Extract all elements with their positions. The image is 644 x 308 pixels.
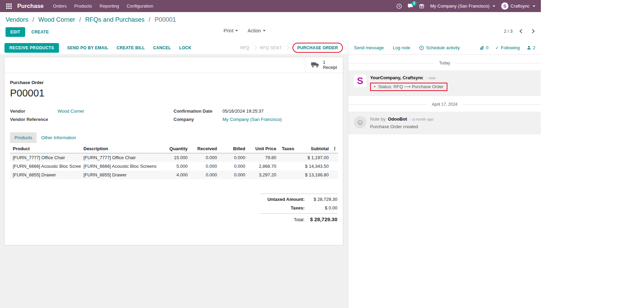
vendor-value[interactable]: Wood Corner: [58, 108, 174, 114]
cell-product[interactable]: [FURN_8855] Drawer: [10, 171, 81, 179]
cell-billed[interactable]: 0.000: [220, 162, 248, 171]
vendor-reference-value[interactable]: [58, 116, 174, 122]
col-quantity[interactable]: Quantity: [164, 144, 190, 153]
cell-unit-price[interactable]: 2,868.70: [248, 162, 279, 171]
chatter-panel: Send message Log note Schedule activity …: [348, 41, 541, 308]
create-button[interactable]: CREATE: [31, 30, 49, 34]
cell-description[interactable]: [FURN_6666] Acoustic Bloc Screens: [81, 162, 164, 171]
cell-subtotal[interactable]: $ 1,197.00: [297, 153, 331, 162]
cell-quantity[interactable]: 4.000: [164, 171, 190, 179]
order-line-row[interactable]: [FURN_7777] Office Chair [FURN_7777] Off…: [10, 153, 338, 162]
schedule-activity-button[interactable]: Schedule activity: [419, 45, 460, 50]
user-menu[interactable]: S Craftsync: [501, 2, 535, 10]
breadcrumb-current: P00001: [155, 16, 176, 23]
cell-billed[interactable]: 0.000: [220, 171, 248, 179]
cell-unit-price[interactable]: 79.80: [248, 153, 279, 162]
send-message-button[interactable]: Send message: [354, 45, 384, 50]
col-received[interactable]: Received: [190, 144, 220, 153]
statusbar-buttons: RECEIVE PRODUCTS SEND PO BY EMAIL CREATE…: [4, 43, 191, 53]
action-menu[interactable]: Action: [248, 28, 266, 33]
chatter-toolbar-right: 0 ✓ Following 2: [480, 45, 535, 50]
cell-spacer: [331, 162, 338, 171]
menu-orders[interactable]: Orders: [49, 0, 71, 12]
print-menu[interactable]: Print: [224, 28, 238, 33]
send-po-by-email-button[interactable]: SEND PO BY EMAIL: [67, 45, 108, 50]
create-bill-button[interactable]: CREATE BILL: [117, 45, 145, 50]
attachments-button[interactable]: 0: [480, 45, 488, 50]
cell-unit-price[interactable]: 3,297.20: [248, 171, 279, 179]
message-header: Note by OdooBot - a month ago: [370, 116, 434, 122]
cell-quantity[interactable]: 15.000: [164, 153, 190, 162]
untaxed-amount-value: $ 28,729.30: [305, 197, 337, 202]
activities-clock-icon[interactable]: [396, 3, 402, 9]
systray: 2 My Company (San Francisco) S Craftsync: [396, 2, 537, 10]
cancel-button[interactable]: CANCEL: [153, 45, 171, 50]
control-panel-buttons: EDIT CREATE Print Action 2 / 3: [6, 27, 535, 41]
state-purchase-order[interactable]: PURCHASE ORDER: [297, 45, 338, 50]
receipt-smart-button[interactable]: 1 Receipt: [305, 57, 343, 73]
tab-products[interactable]: Products: [10, 132, 37, 143]
main-menu: Orders Products Reporting Configuration: [49, 0, 157, 12]
breadcrumb-vendors[interactable]: Vendors: [6, 16, 28, 23]
gift-icon[interactable]: [419, 3, 424, 9]
apps-grid-icon[interactable]: [3, 3, 14, 9]
grid-icon: [6, 3, 12, 9]
breadcrumb-rfqs-purchases[interactable]: RFQs and Purchases: [85, 16, 145, 23]
company-value[interactable]: My Company (San Francisco): [222, 116, 337, 122]
cell-received[interactable]: 0.000: [190, 162, 220, 171]
col-product[interactable]: Product: [10, 144, 81, 153]
menu-products[interactable]: Products: [70, 0, 96, 12]
col-description[interactable]: Description: [81, 144, 164, 153]
lock-button[interactable]: LOCK: [179, 45, 191, 50]
app-title[interactable]: Purchase: [17, 3, 44, 10]
state-rfq-sent[interactable]: RFQ SENT: [260, 45, 282, 50]
company-switcher[interactable]: My Company (San Francisco): [430, 3, 495, 9]
field-group: Vendor Wood Corner Confirmation Date 05/…: [10, 108, 337, 122]
cell-received[interactable]: 0.000: [190, 153, 220, 162]
message-author[interactable]: OdooBot: [388, 116, 407, 122]
log-note-button[interactable]: Log note: [393, 45, 410, 50]
content-area: RECEIVE PRODUCTS SEND PO BY EMAIL CREATE…: [0, 41, 541, 308]
cell-taxes[interactable]: [279, 171, 297, 179]
edit-button[interactable]: EDIT: [6, 27, 25, 37]
message-note[interactable]: ☺ Note by OdooBot - a month ago Purchase…: [348, 112, 541, 134]
tab-other-information[interactable]: Other Information: [37, 132, 80, 143]
following-button[interactable]: ✓ Following: [495, 45, 520, 50]
cell-received[interactable]: 0.000: [190, 171, 220, 179]
cell-taxes[interactable]: [279, 162, 297, 171]
followers-button[interactable]: 2: [527, 45, 535, 50]
cell-product[interactable]: [FURN_6666] Acoustic Bloc Screens: [10, 162, 81, 171]
cell-quantity[interactable]: 5.000: [164, 162, 190, 171]
cell-subtotal[interactable]: $ 13,188.80: [297, 171, 331, 179]
col-taxes[interactable]: Taxes: [279, 144, 297, 153]
action-menus: Print Action: [224, 28, 266, 33]
state-rfq[interactable]: RFQ: [240, 45, 249, 50]
pager-previous-icon[interactable]: [519, 29, 524, 33]
menu-reporting[interactable]: Reporting: [96, 0, 123, 12]
col-subtotal[interactable]: Subtotal: [297, 144, 331, 153]
receive-products-button[interactable]: RECEIVE PRODUCTS: [4, 43, 59, 53]
cell-taxes[interactable]: [279, 153, 297, 162]
message-status-change[interactable]: S YourCompany, Craftsync - now • Status:…: [348, 70, 541, 96]
vendor-reference-label: Vendor Reference: [10, 116, 58, 122]
total-value: $ 28,729.30: [305, 216, 337, 222]
cell-billed[interactable]: 0.000: [220, 153, 248, 162]
totals-block: Untaxed Amount: $ 28,729.30 Taxes: $ 0.0…: [260, 194, 337, 224]
col-unit-price[interactable]: Unit Price: [248, 144, 279, 153]
messages-icon[interactable]: 2: [408, 3, 413, 9]
breadcrumb-wood-corner[interactable]: Wood Corner: [38, 16, 75, 23]
pager-next-icon[interactable]: [530, 29, 535, 33]
message-author[interactable]: YourCompany, Craftsync: [370, 75, 423, 80]
menu-configuration[interactable]: Configuration: [123, 0, 157, 12]
cell-subtotal[interactable]: $ 14,343.50: [297, 162, 331, 171]
cell-description[interactable]: [FURN_8855] Drawer: [81, 171, 164, 179]
col-billed[interactable]: Billed: [220, 144, 248, 153]
optional-columns-icon[interactable]: ⋮: [331, 144, 338, 153]
annotation-red-oval: PURCHASE ORDER: [293, 43, 343, 53]
top-navbar: Purchase Orders Products Reporting Confi…: [0, 0, 541, 12]
cell-description[interactable]: [FURN_7777] Office Chair: [81, 153, 164, 162]
form-view: RECEIVE PRODUCTS SEND PO BY EMAIL CREATE…: [0, 41, 348, 308]
cell-product[interactable]: [FURN_7777] Office Chair: [10, 153, 81, 162]
order-line-row[interactable]: [FURN_8855] Drawer [FURN_8855] Drawer 4.…: [10, 171, 338, 179]
order-line-row[interactable]: [FURN_6666] Acoustic Bloc Screens [FURN_…: [10, 162, 338, 171]
